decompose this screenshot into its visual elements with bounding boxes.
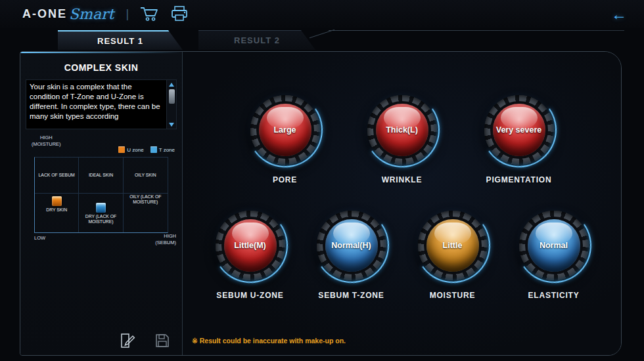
axis-label-high-moisture: HIGH (MOISTURE) — [32, 135, 61, 148]
gauge-elasticity: Normal ELASTICITY — [518, 211, 589, 300]
cell-oily-lack-moisture: OILY (LACK OF MOISTURE) — [124, 194, 168, 232]
gauge-row-1: Large PORE Thick(L) WRINKLE Very severe … — [183, 95, 621, 184]
sebum-t-zone-label: SEBUM T-ZONE — [318, 291, 384, 300]
t-zone-swatch — [150, 146, 157, 153]
header: A-ONE Smart | ← — [0, 0, 644, 28]
pigmentation-knob[interactable]: Very severe — [484, 95, 554, 165]
tab-result-2[interactable]: RESULT 2 — [198, 30, 315, 50]
brand-logo: A-ONE — [22, 7, 67, 21]
sebum-u-zone-knob[interactable]: Little(M) — [216, 211, 285, 280]
sidebar-toolbar — [119, 333, 172, 349]
printer-icon[interactable] — [170, 5, 189, 22]
top-decor-slant — [310, 30, 334, 38]
scroll-down-button[interactable] — [167, 120, 177, 129]
skin-type-chart: HIGH (MOISTURE) U zone T zone LACK OF SE… — [25, 133, 177, 250]
save-icon[interactable] — [154, 333, 172, 349]
edit-record-icon[interactable] — [119, 333, 136, 349]
elasticity-label: ELASTICITY — [528, 291, 579, 300]
scroll-up-button[interactable] — [167, 80, 177, 89]
wrinkle-knob[interactable]: Thick(L) — [367, 95, 437, 165]
sebum-t-zone-knob[interactable]: Normal(H) — [317, 211, 386, 280]
cell-oily-skin: OILY SKIN — [124, 158, 168, 194]
moisture-value: Little — [443, 241, 463, 250]
results-panel: COMPLEX SKIN Your skin is a complex that… — [20, 51, 622, 356]
cell-ideal-skin: IDEAL SKIN — [79, 158, 123, 194]
gauge-pigmentation: Very severe PIGMENTATION — [484, 95, 555, 184]
wrinkle-label: WRINKLE — [382, 175, 423, 184]
gauge-moisture: Little MOISTURE — [417, 211, 488, 300]
axis-label-high-sebum: HIGH (SEBUM) — [155, 233, 176, 246]
scroll-up-icon — [169, 83, 174, 87]
pore-label: PORE — [273, 175, 297, 184]
t-zone-marker — [96, 203, 106, 213]
cart-icon[interactable] — [139, 5, 159, 22]
description-scrollbar[interactable] — [166, 80, 176, 129]
moisture-knob[interactable]: Little — [418, 211, 488, 280]
cell-dry-lack-moisture: DRY (LACK OF MOISTURE) — [79, 194, 123, 232]
top-decor-line — [329, 30, 624, 31]
header-divider: | — [126, 7, 129, 21]
back-arrow-icon[interactable]: ← — [611, 5, 627, 24]
chart-legend: U zone T zone — [118, 146, 175, 153]
gauge-pore: Large PORE — [250, 95, 321, 184]
legend-u-zone: U zone — [118, 146, 143, 153]
gauge-sebum-t-zone: Normal(H) SEBUM T-ZONE — [316, 211, 387, 300]
skin-type-title: COMPLEX SKIN — [64, 62, 139, 73]
elasticity-knob[interactable]: Normal — [519, 211, 589, 280]
wrinkle-value: Thick(L) — [386, 125, 418, 135]
skin-type-sidebar: COMPLEX SKIN Your skin is a complex that… — [20, 52, 183, 355]
tab-result-2-label: RESULT 2 — [234, 35, 280, 45]
gauge-wrinkle: Thick(L) WRINKLE — [367, 95, 438, 184]
gauge-area: Large PORE Thick(L) WRINKLE Very severe … — [183, 52, 621, 355]
makeup-warning-note: ※ Result could be inaccurate with make-u… — [192, 337, 346, 345]
sebum-t-zone-value: Normal(H) — [331, 241, 371, 250]
moisture-label: MOISTURE — [430, 291, 476, 300]
elasticity-value: Normal — [540, 241, 568, 250]
cell-dry-skin: DRY SKIN — [35, 194, 79, 232]
cell-lack-of-sebum: LACK OF SEBUM — [35, 158, 79, 194]
legend-t-zone: T zone — [150, 146, 175, 153]
tab-bar: RESULT 1 RESULT 2 — [0, 30, 644, 50]
scroll-thumb[interactable] — [169, 89, 175, 104]
skin-description-text: Your skin is a complex that the conditio… — [26, 80, 166, 129]
axis-label-low: LOW — [34, 235, 45, 241]
pigmentation-label: PIGMENTATION — [486, 175, 552, 184]
pore-value: Large — [273, 125, 296, 135]
scroll-track[interactable] — [167, 89, 176, 120]
tab-result-1[interactable]: RESULT 1 — [58, 30, 183, 50]
sebum-u-zone-label: SEBUM U-ZONE — [216, 291, 283, 300]
pigmentation-value: Very severe — [496, 125, 542, 135]
scroll-down-icon — [169, 123, 174, 127]
sebum-u-zone-value: Little(M) — [234, 241, 266, 250]
gauge-sebum-u-zone: Little(M) SEBUM U-ZONE — [215, 211, 286, 300]
tab-result-1-label: RESULT 1 — [97, 36, 143, 46]
u-zone-swatch — [118, 146, 125, 153]
gauge-row-2: Little(M) SEBUM U-ZONE Normal(H) SEBUM T… — [183, 211, 621, 300]
skin-type-grid: LACK OF SEBUM IDEAL SKIN OILY SKIN DRY S… — [34, 157, 168, 233]
skin-description-box: Your skin is a complex that the conditio… — [26, 79, 177, 129]
u-zone-marker — [52, 196, 62, 206]
brand-logo-script: Smart — [69, 6, 114, 22]
pore-knob[interactable]: Large — [250, 95, 320, 165]
